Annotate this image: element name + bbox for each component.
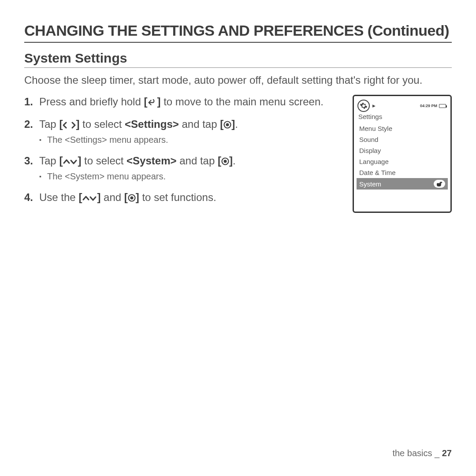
step-3-text-b: to select [81,155,126,167]
select-button-glyph-2: [] [218,155,233,167]
svg-point-3 [223,160,227,163]
step-2-text-b: to select [79,118,125,130]
device-mockup: ▶ 04:29 PM Settings Menu Style Sound Dis… [353,95,452,213]
device-menu-item: Date & Time [357,167,448,178]
step-3-target: <System> [126,155,176,167]
battery-icon [439,104,446,108]
up-down-glyph: [] [59,155,81,167]
play-icon: ▶ [372,104,376,108]
step-1-text-a: Press and briefly hold [39,96,144,108]
step-2-text-a: Tap [39,118,59,130]
step-3-sub: The <System> menu appears. [39,171,344,182]
step-1-text-b: to move to the main menu screen. [160,96,324,108]
step-3-text-d: and tap [177,155,218,167]
device-menu-item: Menu Style [357,123,448,134]
step-3: Tap [] to select <System> and tap []. Th… [24,154,344,182]
left-right-glyph: [] [59,118,79,130]
device-time: 04:29 PM [420,104,437,108]
svg-point-5 [130,197,133,200]
pointer-hand-icon [434,180,445,188]
page-footer: the basics _ 27 [392,448,452,458]
device-menu-list: Menu Style Sound Display Language Date &… [357,123,448,190]
step-1: Press and briefly hold [] to move to the… [24,95,344,109]
back-button-glyph: [] [144,96,160,108]
step-4-text-a: Use the [39,191,78,203]
step-2-target: <Settings> [125,118,179,130]
device-menu-item: Display [357,145,448,156]
section-heading: System Settings [24,51,452,68]
svg-point-1 [226,123,229,126]
footer-page-number: 27 [442,448,452,458]
step-4-text-b: and [100,191,124,203]
footer-section: the basics [392,448,432,458]
step-4: Use the [] and [] to set functions. [24,190,344,205]
device-status-bar: ▶ 04:29 PM [357,99,448,115]
device-menu-item: Sound [357,134,448,145]
page-title: CHANGING THE SETTINGS AND PREFERENCES (C… [24,22,452,43]
gear-icon [357,100,370,112]
select-button-glyph: [] [220,118,235,130]
step-2-sub: The <Settings> menu appears. [39,134,344,146]
step-2-text-d: and tap [179,118,220,130]
intro-text: Choose the sleep timer, start mode, auto… [24,73,452,87]
step-2: Tap [] to select <Settings> and tap []. … [24,117,344,146]
up-down-glyph-2: [] [78,191,100,203]
device-menu-item-label: System [359,180,381,188]
footer-sep: _ [432,448,442,458]
select-button-glyph-3: [] [124,191,139,203]
device-menu-item-selected: System [357,178,448,190]
device-screen-title: Settings [358,113,448,120]
steps-column: Press and briefly hold [] to move to the… [24,95,344,213]
step-3-text-a: Tap [39,155,59,167]
device-menu-item: Language [357,156,448,167]
step-4-text-c: to set functions. [139,191,216,203]
